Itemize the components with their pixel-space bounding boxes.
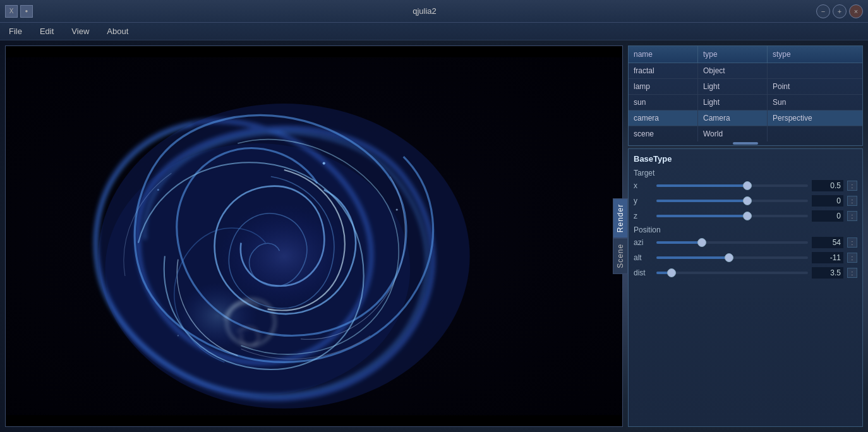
slider-value-dist[interactable] [812,267,843,279]
slider-track-alt[interactable] [656,256,808,259]
table-row[interactable]: camera Camera Perspective [629,111,862,126]
slider-row-alt: alt : [634,252,857,263]
cell-name: fractal [629,63,698,78]
target-subsection: Target [634,169,857,177]
slider-track-dist[interactable] [656,272,808,274]
cell-type: World [698,126,768,141]
main-content: Render Scene name type stype fractal Obj… [0,40,868,432]
slider-thumb-z[interactable] [743,212,752,220]
slider-thumb-alt[interactable] [725,253,733,262]
title-bar: X ● qjulia2 − + × [0,0,868,23]
fractal-render [6,46,622,426]
cell-type: Light [698,79,768,94]
cell-name: lamp [629,79,698,94]
slider-label-alt: alt [634,253,653,262]
menu-file[interactable]: File [6,25,25,37]
section-title: BaseType [634,154,857,164]
tab-render[interactable]: Render [613,198,628,238]
objects-table: name type stype fractal Object lamp Ligh… [628,45,863,146]
scroll-thumb [733,142,758,145]
right-panel: name type stype fractal Object lamp Ligh… [628,40,868,432]
col-type: type [698,46,768,63]
cell-type: Light [698,95,768,110]
title-bar-right-controls: − + × [816,4,863,18]
table-row[interactable]: scene World [629,126,862,141]
slider-value-z[interactable] [812,210,843,222]
slider-fill-z [656,215,747,217]
svg-point-6 [396,208,398,210]
slider-btn-z[interactable]: : [847,211,857,221]
slider-row-z: z : [634,210,857,222]
slider-btn-azi[interactable]: : [847,237,857,248]
tab-scene[interactable]: Scene [613,238,628,274]
cell-type: Object [698,63,768,78]
svg-point-7 [157,189,159,191]
slider-row-azi: azi : [634,237,857,248]
table-header: name type stype [629,46,862,63]
slider-label-x: x [634,181,653,190]
slider-fill-y [656,200,747,202]
slider-label-y: y [634,196,653,205]
cell-stype: Sun [768,95,837,110]
col-stype: stype [768,46,837,63]
svg-point-8 [178,335,179,336]
slider-fill-x [656,184,747,187]
viewport-area [0,40,628,432]
slider-btn-alt[interactable]: : [847,253,857,263]
slider-track-y[interactable] [656,200,808,202]
app-icon: X [5,5,18,18]
svg-point-5 [323,162,325,164]
slider-label-z: z [634,212,653,220]
cell-stype [768,63,837,78]
slider-track-x[interactable] [656,184,808,187]
slider-track-z[interactable] [656,215,808,217]
slider-track-azi[interactable] [656,241,808,244]
slider-label-dist: dist [634,268,653,277]
slider-value-alt[interactable] [812,252,843,263]
close-button[interactable]: × [849,4,863,18]
app-window: X ● qjulia2 − + × File Edit View About [0,0,868,432]
slider-thumb-azi[interactable] [697,238,706,247]
slider-fill-alt [656,256,729,259]
cell-stype: Perspective [768,111,837,126]
properties-panel: BaseType Target x : y [628,148,863,427]
cell-type: Camera [698,111,768,126]
vertical-tabs: Render Scene [613,198,628,274]
slider-label-azi: azi [634,238,653,247]
slider-thumb-dist[interactable] [667,268,676,277]
slider-row-y: y : [634,195,857,207]
slider-value-y[interactable] [812,195,843,207]
table-body: fractal Object lamp Light Point sun Ligh… [629,63,862,141]
table-row[interactable]: fractal Object [629,63,862,79]
menu-edit[interactable]: Edit [37,25,56,37]
menu-view[interactable]: View [69,25,92,37]
menu-bar: File Edit View About [0,23,868,40]
title-bar-left-controls: X ● [5,5,33,18]
slider-thumb-x[interactable] [743,181,752,190]
cell-name: sun [629,95,698,110]
slider-btn-dist[interactable]: : [847,268,857,278]
minimize-button[interactable]: − [816,4,830,18]
table-row[interactable]: lamp Light Point [629,79,862,95]
table-row[interactable]: sun Light Sun [629,95,862,111]
position-subsection: Position [634,225,857,234]
app-title: qjulia2 [33,6,816,16]
cell-stype [768,126,837,141]
slider-row-dist: dist : [634,267,857,279]
col-name: name [629,46,698,63]
cell-name: camera [629,111,698,126]
slider-value-x[interactable] [812,180,843,191]
slider-row-x: x : [634,180,857,191]
slider-value-azi[interactable] [812,237,843,248]
cell-stype: Point [768,79,837,94]
slider-btn-y[interactable]: : [847,196,857,206]
viewport-canvas[interactable] [5,45,623,427]
table-scrollbar[interactable] [629,141,862,145]
cell-name: scene [629,126,698,141]
slider-btn-x[interactable]: : [847,181,857,191]
slider-thumb-y[interactable] [743,196,752,205]
slider-fill-azi [656,241,702,244]
menu-about[interactable]: About [104,25,131,37]
pin-icon[interactable]: ● [20,5,33,18]
maximize-button[interactable]: + [833,4,847,18]
